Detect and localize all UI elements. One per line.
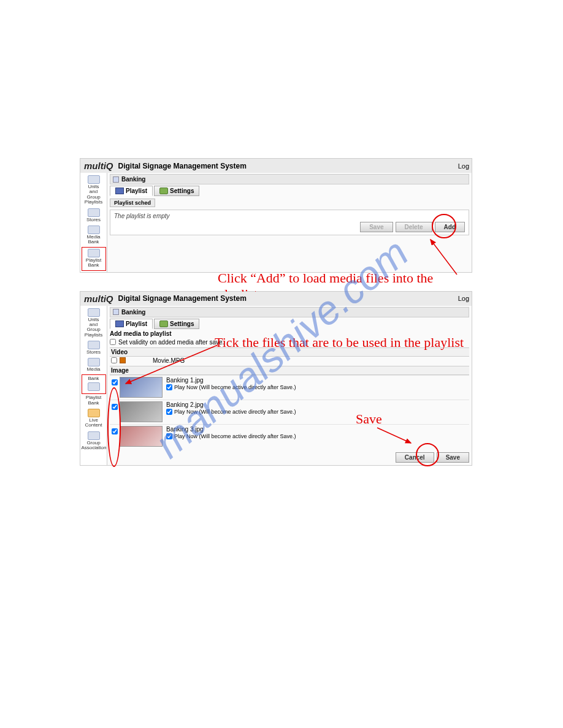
main-area: Banking Playlist Settings Add media to p… bbox=[107, 306, 472, 465]
media-select-checkbox[interactable] bbox=[112, 428, 118, 434]
button-row: Save Delete Add bbox=[114, 222, 465, 232]
gear-icon bbox=[159, 320, 168, 327]
main-area: Banking Playlist Settings Playlist sched… bbox=[107, 173, 472, 272]
app-panel-2: multiQ Digital Signage Management System… bbox=[80, 291, 472, 466]
sidebar-item-label: Bank bbox=[88, 376, 99, 381]
play-now-checkbox[interactable] bbox=[166, 433, 172, 439]
tab-playlist[interactable]: Playlist bbox=[110, 319, 153, 329]
stores-icon bbox=[88, 341, 100, 349]
sidebar-item-media[interactable]: Media bbox=[82, 357, 106, 374]
sidebar-item-bank[interactable]: Bank bbox=[82, 374, 106, 394]
folder-icon bbox=[113, 176, 119, 183]
media-filename: Banking 1.jpg bbox=[166, 377, 469, 384]
units-icon bbox=[88, 175, 100, 184]
sidebar: Units and Group Playlists Stores Media B… bbox=[80, 306, 107, 465]
play-now-label: Play Now (Will become active directly af… bbox=[174, 409, 296, 415]
playlist-icon bbox=[115, 320, 124, 327]
tab-settings[interactable]: Settings bbox=[154, 319, 199, 329]
tab-label: Playlist bbox=[126, 320, 147, 327]
add-button-label: Add bbox=[444, 224, 456, 230]
delete-button-disabled: Delete bbox=[396, 222, 432, 232]
sidebar-item-group-assoc[interactable]: Group Association bbox=[82, 430, 106, 453]
sidebar-item-label: Live Content bbox=[85, 417, 102, 428]
cancel-button[interactable]: Cancel bbox=[396, 452, 434, 463]
sidebar-item-media-bank[interactable]: Media Bank bbox=[82, 224, 106, 247]
sidebar-item-label: Media bbox=[87, 366, 101, 372]
breadcrumb: Banking bbox=[110, 174, 469, 184]
breadcrumb: Banking bbox=[110, 307, 469, 317]
tab-label: Playlist bbox=[126, 188, 147, 194]
empty-playlist-msg: The playlist is empty bbox=[114, 213, 465, 219]
tab-label: Settings bbox=[170, 320, 194, 327]
annotation-tick-files: Tick the files that are to be used in th… bbox=[215, 335, 464, 351]
tab-playlist[interactable]: Playlist bbox=[110, 186, 153, 196]
sidebar-item-units[interactable]: Units and Group Playlists bbox=[82, 307, 106, 340]
media-thumbnail bbox=[120, 426, 163, 447]
playlist-bank-icon bbox=[88, 249, 100, 257]
save-button[interactable]: Save bbox=[437, 452, 469, 463]
sidebar: Units and Group Playlists Stores Media B… bbox=[80, 173, 107, 272]
media-icon bbox=[88, 358, 100, 366]
annotation-save: Save bbox=[356, 411, 382, 427]
units-icon bbox=[88, 308, 100, 317]
stores-icon bbox=[88, 208, 100, 217]
app-title: Digital Signage Management System bbox=[118, 294, 247, 303]
sidebar-item-label: Units and Group Playlists bbox=[85, 317, 102, 338]
sidebar-item-label: Media Bank bbox=[87, 234, 101, 245]
sidebar-item-live-content[interactable]: Live Content bbox=[82, 408, 106, 430]
sidebar-item-label: Stores bbox=[86, 349, 101, 355]
add-button[interactable]: Add bbox=[435, 222, 465, 232]
log-link[interactable]: Log bbox=[458, 162, 469, 170]
group-assoc-icon bbox=[88, 431, 100, 440]
logo-text: multiQ bbox=[84, 294, 113, 304]
app-header: multiQ Digital Signage Management System… bbox=[80, 159, 472, 173]
bank-icon bbox=[88, 382, 100, 391]
video-item-name: Movie.MPG bbox=[153, 357, 185, 364]
sidebar-item-stores[interactable]: Stores bbox=[82, 339, 106, 357]
media-bank-icon bbox=[88, 226, 100, 234]
gear-icon bbox=[159, 188, 168, 194]
sidebar-item-label: Playlist Bank bbox=[86, 395, 101, 405]
sidebar-item-stores[interactable]: Stores bbox=[82, 207, 106, 224]
media-select-checkbox[interactable] bbox=[112, 404, 118, 410]
media-row-3[interactable]: Banking 3.jpg Play Now (Will become acti… bbox=[110, 424, 469, 449]
video-item-checkbox[interactable] bbox=[111, 357, 117, 363]
set-validity-checkbox[interactable] bbox=[110, 339, 116, 345]
save-button-disabled: Save bbox=[360, 222, 393, 232]
playlist-content: The playlist is empty Save Delete Add bbox=[110, 210, 469, 235]
media-filename: Banking 3.jpg bbox=[166, 426, 469, 433]
live-content-icon bbox=[88, 409, 100, 417]
log-link[interactable]: Log bbox=[458, 295, 469, 302]
play-now-checkbox[interactable] bbox=[166, 384, 172, 390]
play-now-label: Play Now (Will become active directly af… bbox=[174, 384, 296, 390]
app-header: multiQ Digital Signage Management System… bbox=[80, 292, 472, 306]
logo-text: multiQ bbox=[84, 161, 113, 171]
tab-label: Settings bbox=[170, 188, 194, 194]
sidebar-item-label: Stores bbox=[86, 217, 101, 222]
category-image: Image bbox=[110, 366, 469, 375]
playlist-icon bbox=[115, 188, 124, 194]
video-item-row[interactable]: Movie.MPG bbox=[110, 357, 469, 365]
sidebar-item-playlist-bank[interactable]: Playlist Bank bbox=[82, 247, 106, 271]
video-icon bbox=[120, 357, 126, 363]
sidebar-item-units[interactable]: Units and Group Playlists bbox=[82, 174, 106, 207]
sidebar-item-label: Units and Group Playlists bbox=[85, 184, 102, 205]
sidebar-item-label: Group Association bbox=[82, 440, 107, 450]
media-row-1[interactable]: Banking 1.jpg Play Now (Will become acti… bbox=[110, 375, 469, 400]
sidebar-item-playlist-bank[interactable]: Playlist Bank bbox=[82, 394, 106, 408]
app-title: Digital Signage Management System bbox=[118, 162, 247, 170]
subtab-playlist-sched[interactable]: Playlist sched bbox=[110, 199, 155, 207]
folder-icon bbox=[113, 309, 119, 315]
media-row-2[interactable]: Banking 2.jpg Play Now (Will become acti… bbox=[110, 400, 469, 424]
tab-row: Playlist Settings bbox=[110, 186, 469, 196]
breadcrumb-label: Banking bbox=[121, 176, 145, 183]
media-select-checkbox[interactable] bbox=[112, 379, 118, 385]
tab-row: Playlist Settings bbox=[110, 319, 469, 329]
set-validity-label: Set validity on added media after save. bbox=[118, 339, 224, 346]
button-row: Cancel Save bbox=[110, 452, 469, 463]
play-now-checkbox[interactable] bbox=[166, 409, 172, 415]
app-panel-1: multiQ Digital Signage Management System… bbox=[80, 158, 472, 273]
media-thumbnail bbox=[120, 377, 163, 398]
play-now-label: Play Now (Will become active directly af… bbox=[174, 433, 296, 439]
tab-settings[interactable]: Settings bbox=[154, 186, 199, 196]
